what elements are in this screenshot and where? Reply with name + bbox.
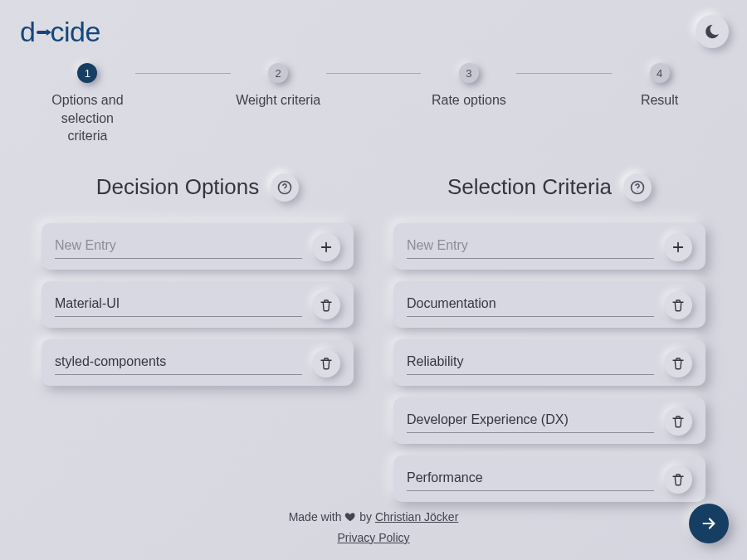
criterion-input[interactable] — [407, 293, 654, 317]
trash-icon — [671, 298, 686, 313]
main-content: Decision Options Selection C — [0, 145, 747, 514]
criterion-input[interactable] — [407, 409, 654, 433]
selection-criteria-help-button[interactable] — [623, 173, 652, 202]
step-4-circle: 4 — [650, 63, 670, 83]
moon-icon — [703, 22, 721, 41]
plus-icon — [319, 240, 334, 255]
criterion-card — [393, 339, 706, 386]
author-link[interactable]: Christian Jöcker — [375, 510, 458, 523]
delete-option-button[interactable] — [312, 349, 340, 377]
trash-icon — [319, 298, 334, 313]
decision-options-help-button[interactable] — [271, 173, 299, 202]
privacy-policy-link[interactable]: Privacy Policy — [337, 531, 409, 544]
logo-dash-icon — [37, 31, 48, 34]
criterion-input[interactable] — [407, 467, 654, 491]
delete-criterion-button[interactable] — [664, 407, 692, 436]
option-input[interactable] — [55, 293, 302, 317]
new-criterion-input[interactable] — [407, 235, 654, 259]
step-1[interactable]: 1 Options and selection criteria — [40, 63, 135, 145]
selection-criteria-title: Selection Criteria — [447, 174, 612, 200]
step-connector — [516, 73, 612, 74]
app-logo: d cide — [20, 16, 100, 48]
criterion-card — [393, 455, 706, 502]
step-1-label: Options and selection criteria — [40, 91, 135, 145]
criterion-card — [393, 281, 706, 328]
selection-criteria-column: Selection Criteria — [393, 173, 706, 514]
top-bar: d cide — [0, 0, 747, 48]
step-4[interactable]: 4 Result — [612, 63, 707, 110]
option-card — [42, 339, 354, 386]
step-2-circle: 2 — [268, 63, 288, 83]
trash-icon — [671, 472, 686, 487]
decision-options-header: Decision Options — [42, 173, 354, 202]
footer-by: by — [359, 510, 375, 523]
option-card — [42, 281, 354, 328]
trash-icon — [671, 414, 686, 429]
step-3-circle: 3 — [459, 63, 479, 83]
trash-icon — [319, 356, 334, 371]
arrow-right-icon — [700, 514, 718, 533]
new-option-card — [42, 223, 354, 270]
logo-part2: cide — [50, 16, 100, 48]
svg-point-1 — [285, 190, 286, 191]
option-input[interactable] — [55, 351, 302, 375]
decision-options-title: Decision Options — [96, 174, 260, 200]
progress-stepper: 1 Options and selection criteria 2 Weigh… — [0, 48, 747, 145]
plus-icon — [671, 240, 686, 255]
criterion-input[interactable] — [407, 351, 654, 375]
next-step-button[interactable] — [689, 504, 729, 543]
step-connector — [326, 73, 422, 74]
footer-made: Made with — [289, 510, 345, 523]
step-2-label: Weight criteria — [236, 91, 320, 110]
step-3-label: Rate options — [432, 91, 506, 110]
svg-point-3 — [637, 190, 637, 191]
delete-criterion-button[interactable] — [664, 465, 692, 494]
logo-part1: d — [20, 16, 35, 48]
step-4-label: Result — [641, 91, 678, 110]
add-criterion-button[interactable] — [664, 233, 692, 261]
delete-criterion-button[interactable] — [664, 291, 692, 319]
help-icon — [276, 179, 293, 196]
step-1-circle: 1 — [77, 63, 97, 83]
new-criterion-card — [393, 223, 706, 270]
add-option-button[interactable] — [312, 233, 340, 261]
footer-credit: Made with by Christian Jöcker — [0, 507, 747, 528]
step-3[interactable]: 3 Rate options — [421, 63, 516, 110]
new-option-input[interactable] — [55, 235, 302, 259]
theme-toggle-button[interactable] — [696, 15, 729, 48]
delete-option-button[interactable] — [312, 291, 340, 319]
help-icon — [629, 179, 646, 196]
selection-criteria-header: Selection Criteria — [393, 173, 706, 202]
decision-options-column: Decision Options — [42, 173, 354, 514]
criterion-card — [393, 397, 706, 444]
step-2[interactable]: 2 Weight criteria — [231, 63, 326, 110]
delete-criterion-button[interactable] — [664, 349, 692, 377]
step-connector — [135, 73, 231, 74]
footer: Made with by Christian Jöcker Privacy Po… — [0, 507, 747, 548]
trash-icon — [671, 356, 686, 371]
heart-icon — [344, 511, 356, 523]
